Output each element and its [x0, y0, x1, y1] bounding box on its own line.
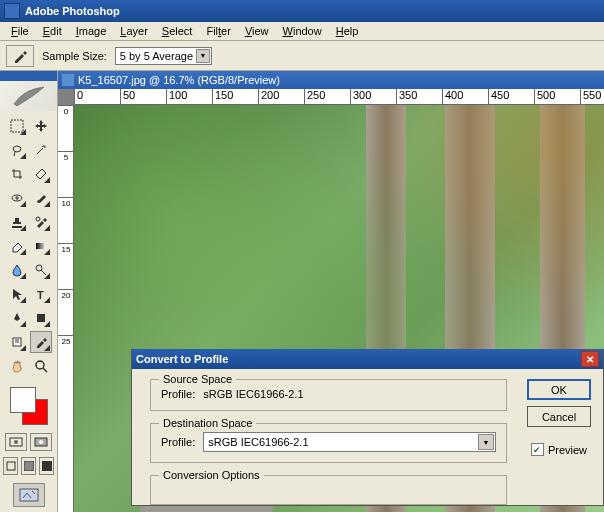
stamp-tool[interactable] [6, 211, 28, 233]
chevron-down-icon: ▼ [196, 49, 210, 63]
destination-space-fieldset: Destination Space Profile: sRGB IEC61966… [150, 423, 507, 463]
gradient-tool[interactable] [30, 235, 52, 257]
ruler-tick: 50 [120, 89, 135, 105]
blur-tool[interactable] [6, 259, 28, 281]
dialog-title-text: Convert to Profile [136, 353, 228, 365]
source-profile-label: Profile: [161, 388, 195, 400]
screen-mode-2[interactable] [21, 457, 36, 475]
menu-view[interactable]: View [238, 23, 276, 39]
app-icon [4, 3, 20, 19]
ruler-tick: 5 [58, 151, 74, 162]
menu-help[interactable]: Help [329, 23, 366, 39]
standard-mode-button[interactable] [5, 433, 27, 451]
type-tool[interactable]: T [30, 283, 52, 305]
ruler-tick: 10 [58, 197, 74, 208]
menu-image[interactable]: Image [69, 23, 114, 39]
dodge-tool[interactable] [30, 259, 52, 281]
app-title: Adobe Photoshop [25, 5, 120, 17]
ruler-tick: 20 [58, 289, 74, 300]
feather-icon [9, 84, 49, 108]
source-profile-value: sRGB IEC61966-2.1 [203, 388, 303, 400]
menu-window[interactable]: Window [276, 23, 329, 39]
menu-layer[interactable]: Layer [113, 23, 155, 39]
menubar: File Edit Image Layer Select Filter View… [0, 22, 604, 41]
ruler-tick: 450 [488, 89, 509, 105]
sample-size-select[interactable]: 5 by 5 Average ▼ [115, 47, 212, 65]
document-titlebar[interactable]: K5_16507.jpg @ 16.7% (RGB/8/Preview) [58, 71, 604, 89]
ruler-tick: 250 [304, 89, 325, 105]
color-swatch-area [6, 381, 52, 431]
options-bar: Sample Size: 5 by 5 Average ▼ [0, 41, 604, 71]
menu-file[interactable]: File [4, 23, 36, 39]
svg-point-10 [14, 440, 18, 444]
jump-to-button[interactable] [13, 483, 45, 507]
crop-tool[interactable] [6, 163, 28, 185]
imageready-icon [19, 488, 39, 502]
sample-size-value: 5 by 5 Average [120, 50, 193, 62]
ruler-tick: 150 [212, 89, 233, 105]
quickmask-mode-button[interactable] [30, 433, 52, 451]
svg-point-2 [36, 217, 40, 221]
svg-point-8 [36, 361, 44, 369]
document-icon [62, 74, 74, 86]
destination-space-legend: Destination Space [159, 417, 256, 429]
screen-mode-1[interactable] [3, 457, 18, 475]
ruler-tick: 15 [58, 243, 74, 254]
ruler-tick: 350 [396, 89, 417, 105]
dest-profile-label: Profile: [161, 436, 195, 448]
slice-tool[interactable] [30, 163, 52, 185]
dest-profile-select[interactable]: sRGB IEC61966-2.1 ▼ [203, 432, 496, 452]
app-titlebar: Adobe Photoshop [0, 0, 604, 22]
svg-rect-14 [24, 461, 34, 471]
ruler-tick: 0 [74, 89, 83, 105]
conversion-options-fieldset: Conversion Options [150, 475, 507, 505]
zoom-tool[interactable] [30, 355, 52, 377]
cancel-button[interactable]: Cancel [527, 406, 591, 427]
ruler-horizontal[interactable]: 0 50 100 150 200 250 300 350 400 450 500… [74, 89, 604, 105]
heal-tool[interactable] [6, 187, 28, 209]
chevron-down-icon: ▼ [478, 434, 494, 450]
preview-checkbox[interactable]: ✔ Preview [531, 443, 587, 456]
toolbox-logo [0, 81, 57, 111]
svg-rect-15 [42, 461, 52, 471]
convert-profile-dialog: Convert to Profile ✕ Source Space Profil… [131, 349, 604, 506]
path-select-tool[interactable] [6, 283, 28, 305]
notes-tool[interactable] [6, 331, 28, 353]
menu-filter[interactable]: Filter [199, 23, 237, 39]
hand-tool[interactable] [6, 355, 28, 377]
brush-tool[interactable] [30, 187, 52, 209]
dest-profile-value: sRGB IEC61966-2.1 [208, 436, 308, 448]
move-tool[interactable] [30, 115, 52, 137]
menu-edit[interactable]: Edit [36, 23, 69, 39]
shape-tool[interactable] [30, 307, 52, 329]
ruler-tick: 0 [58, 105, 74, 116]
pen-tool[interactable] [6, 307, 28, 329]
lasso-tool[interactable] [6, 139, 28, 161]
ruler-vertical[interactable]: 0 5 10 15 20 25 [58, 105, 74, 512]
toolbox-grip[interactable] [0, 71, 57, 81]
svg-point-12 [39, 440, 43, 444]
svg-rect-6 [37, 314, 45, 322]
document-title: K5_16507.jpg @ 16.7% (RGB/8/Preview) [78, 74, 280, 86]
svg-text:T: T [37, 289, 44, 301]
dialog-close-button[interactable]: ✕ [581, 351, 599, 367]
ruler-tick: 500 [534, 89, 555, 105]
ruler-tick: 550 [580, 89, 601, 105]
eraser-tool[interactable] [6, 235, 28, 257]
toolbox: T [0, 71, 58, 512]
foreground-color-swatch[interactable] [10, 387, 36, 413]
history-brush-tool[interactable] [30, 211, 52, 233]
source-space-fieldset: Source Space Profile: sRGB IEC61966-2.1 [150, 379, 507, 411]
conversion-options-legend: Conversion Options [159, 469, 264, 481]
source-space-legend: Source Space [159, 373, 236, 385]
screen-mode-3[interactable] [39, 457, 54, 475]
ok-button[interactable]: OK [527, 379, 591, 400]
checkbox-icon: ✔ [531, 443, 544, 456]
dialog-titlebar[interactable]: Convert to Profile ✕ [132, 349, 603, 369]
active-tool-preset[interactable] [6, 45, 34, 67]
marquee-tool[interactable] [6, 115, 28, 137]
menu-select[interactable]: Select [155, 23, 200, 39]
ruler-tick: 25 [58, 335, 74, 346]
wand-tool[interactable] [30, 139, 52, 161]
eyedropper-tool[interactable] [30, 331, 52, 353]
